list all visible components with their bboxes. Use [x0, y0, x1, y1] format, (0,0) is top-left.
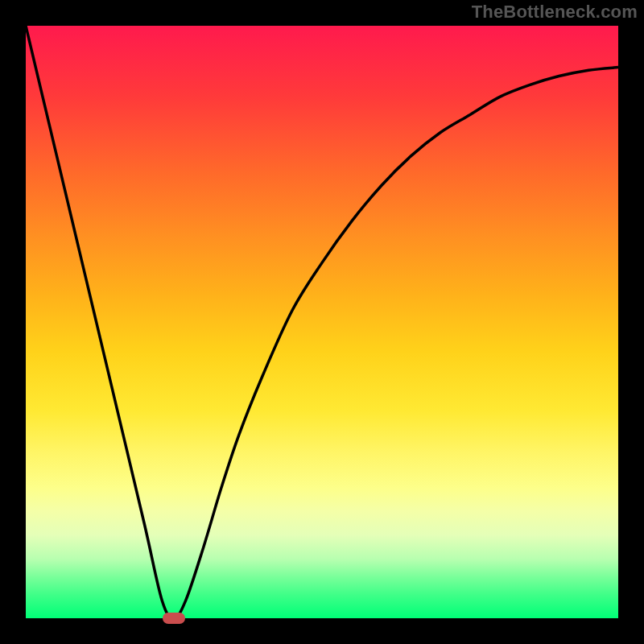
minimum-marker: [163, 613, 185, 624]
watermark-text: TheBottleneck.com: [472, 2, 638, 23]
plot-area: [26, 26, 618, 618]
curve-layer: [26, 26, 618, 618]
bottleneck-curve: [26, 26, 618, 618]
chart-frame: TheBottleneck.com: [0, 0, 644, 644]
